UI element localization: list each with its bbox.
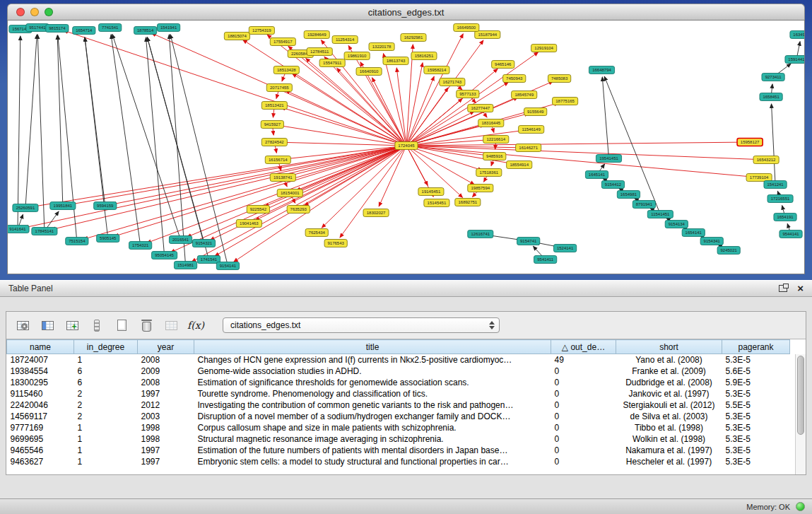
table-scrollbar-thumb[interactable] bbox=[797, 356, 804, 435]
graph-node[interactable]: 17216551 bbox=[767, 195, 793, 203]
function-builder-button[interactable]: f(x) bbox=[187, 316, 205, 334]
graph-node[interactable]: 2016541 bbox=[169, 236, 192, 244]
graph-node[interactable]: 18316445 bbox=[478, 119, 504, 127]
graph-node[interactable]: 7485083 bbox=[548, 75, 570, 83]
graph-node[interactable]: 19284649 bbox=[304, 31, 329, 39]
table-cell[interactable]: 2009 bbox=[138, 366, 194, 377]
graph-node[interactable]: 9155649 bbox=[524, 108, 547, 116]
graph-node[interactable]: 1541941 bbox=[157, 24, 180, 32]
graph-node[interactable]: 5905145 bbox=[97, 235, 119, 243]
table-cell[interactable]: 0 bbox=[551, 366, 616, 377]
graph-node[interactable]: 18775165 bbox=[553, 98, 578, 105]
graph-node[interactable]: 19861910 bbox=[344, 52, 370, 60]
table-cell[interactable]: Wolkin et al. (1998) bbox=[616, 433, 722, 445]
graph-node[interactable]: 12216614 bbox=[483, 136, 509, 144]
graph-node[interactable]: 9541411 bbox=[534, 256, 557, 264]
table-cell[interactable]: 5.3E-5 bbox=[722, 456, 790, 467]
graph-node[interactable]: 18613743 bbox=[383, 57, 408, 65]
graph-node[interactable]: 7515154 bbox=[66, 238, 88, 245]
table-cell[interactable]: 5.3E-5 bbox=[722, 422, 790, 433]
graph-node[interactable]: 1514981 bbox=[174, 262, 196, 269]
graph-node[interactable]: 9485916 bbox=[483, 153, 506, 160]
window-titlebar[interactable]: citations_edges.txt bbox=[7, 4, 805, 20]
graph-node[interactable]: 11541451 bbox=[647, 211, 673, 218]
graph-node[interactable]: 1724045 bbox=[395, 142, 418, 150]
graph-node[interactable]: 13220178 bbox=[369, 43, 394, 51]
table-cell[interactable]: Tibbo et al. (1998) bbox=[616, 422, 722, 433]
table-cell[interactable]: 1998 bbox=[138, 433, 194, 445]
graph-node[interactable]: 9245021 bbox=[717, 247, 740, 255]
table-cell[interactable]: Dudbridge et al. (2008) bbox=[616, 377, 722, 388]
graph-node[interactable]: 9273411 bbox=[762, 74, 784, 81]
table-row[interactable]: 977716911998Corpus callosum shape and si… bbox=[7, 422, 790, 433]
table-cell[interactable]: 18300295 bbox=[7, 377, 74, 388]
table-cell[interactable]: Structural magnetic resonance image aver… bbox=[194, 433, 551, 445]
table-cell[interactable]: Yano et al. (2008) bbox=[616, 354, 722, 366]
graph-node[interactable]: 19951841 bbox=[50, 202, 76, 210]
column-header-year[interactable]: year bbox=[138, 340, 194, 354]
close-panel-icon[interactable]: × bbox=[797, 284, 804, 293]
graph-node[interactable]: 9225542 bbox=[247, 206, 269, 214]
table-cell[interactable]: 0 bbox=[551, 422, 616, 433]
table-cell[interactable]: Estimation of significance thresholds fo… bbox=[194, 377, 551, 388]
graph-node[interactable]: 9154741 bbox=[517, 238, 540, 245]
graph-node[interactable]: 12919104 bbox=[531, 45, 557, 52]
graph-node[interactable]: 16543212 bbox=[753, 156, 779, 164]
table-cell[interactable]: Genome-wide association studies in ADHD. bbox=[194, 366, 551, 377]
column-header-out_de[interactable]: △ out_de… bbox=[551, 340, 616, 354]
table-cell[interactable]: 1 bbox=[74, 354, 138, 366]
table-cell[interactable]: 1 bbox=[74, 456, 138, 467]
table-cell[interactable]: 1997 bbox=[138, 445, 194, 456]
table-cell[interactable]: 9777169 bbox=[7, 422, 74, 433]
table-cell[interactable]: 0 bbox=[551, 411, 616, 422]
graph-node[interactable]: 18554914 bbox=[507, 161, 532, 169]
graph-node[interactable]: 16648794 bbox=[589, 66, 614, 74]
graph-node[interactable]: 1754321 bbox=[129, 242, 152, 250]
table-row[interactable]: 1938455462009Genome-wide association stu… bbox=[7, 366, 790, 377]
graph-node[interactable]: 1654714 bbox=[73, 27, 95, 35]
graph-node[interactable]: 8791941 bbox=[632, 201, 655, 209]
graph-node[interactable]: 1878514 bbox=[134, 27, 157, 35]
table-mode-button[interactable] bbox=[13, 316, 32, 334]
table-cell[interactable]: 6 bbox=[74, 377, 138, 388]
table-cell[interactable]: 1 bbox=[74, 445, 138, 456]
table-cell[interactable]: Changes of HCN gene expression and I(f) … bbox=[194, 354, 551, 366]
table-cell[interactable]: 1 bbox=[74, 433, 138, 445]
new-table-button[interactable] bbox=[112, 316, 131, 334]
table-cell[interactable]: 5.3E-5 bbox=[722, 354, 790, 366]
table-row[interactable]: 946554611997Estimation of the future num… bbox=[7, 445, 790, 456]
table-cell[interactable]: 5.9E-5 bbox=[722, 377, 790, 388]
graph-node[interactable]: 17845141 bbox=[32, 228, 57, 235]
graph-node[interactable]: 1654191 bbox=[774, 214, 796, 221]
table-cell[interactable]: 5.3E-5 bbox=[722, 433, 790, 445]
table-cell[interactable]: Stergiakouli et al. (2012) bbox=[616, 399, 722, 411]
graph-node[interactable]: 1658451 bbox=[760, 93, 782, 101]
table-row[interactable]: 2242004622012Investigating the contribut… bbox=[7, 399, 790, 411]
network-canvas[interactable]: 1724045185134282071745518513421941592727… bbox=[7, 20, 805, 274]
graph-node[interactable]: 12616741 bbox=[468, 230, 493, 238]
table-cell[interactable]: 1997 bbox=[138, 388, 194, 399]
table-row[interactable]: 1456911722003Disruption of a novel membe… bbox=[7, 411, 790, 422]
graph-node[interactable]: 16271743 bbox=[440, 78, 465, 86]
graph-node[interactable]: 16277447 bbox=[468, 105, 493, 112]
table-cell[interactable]: Embryonic stem cells: a model to study s… bbox=[194, 456, 551, 467]
graph-node[interactable]: 1634981 bbox=[790, 31, 804, 39]
graph-node[interactable]: 9815174 bbox=[46, 25, 69, 33]
graph-node[interactable]: 16640910 bbox=[356, 68, 382, 76]
table-cell[interactable]: Franke et al. (2009) bbox=[616, 366, 722, 377]
graph-node[interactable]: 17554917 bbox=[270, 38, 295, 46]
graph-node[interactable]: 1654981 bbox=[617, 191, 640, 199]
table-row[interactable]: 1872400712008Changes of HCN gene express… bbox=[7, 354, 790, 366]
graph-node[interactable]: 12754319 bbox=[249, 27, 274, 35]
table-cell[interactable]: 0 bbox=[551, 399, 616, 411]
graph-node[interactable]: 1654141 bbox=[682, 229, 705, 237]
column-header-name[interactable]: name bbox=[7, 340, 74, 354]
graph-node[interactable]: 7625434 bbox=[305, 229, 328, 237]
table-cell[interactable]: 2008 bbox=[138, 354, 194, 366]
graph-node[interactable]: 16292981 bbox=[401, 34, 426, 42]
graph-node[interactable]: 16146271 bbox=[516, 144, 541, 152]
table-cell[interactable]: 49 bbox=[551, 354, 616, 366]
new-column-button[interactable]: + bbox=[63, 316, 81, 334]
column-header-title[interactable]: title bbox=[194, 340, 551, 354]
table-row[interactable]: 969969511998Structural magnetic resonanc… bbox=[7, 433, 790, 445]
